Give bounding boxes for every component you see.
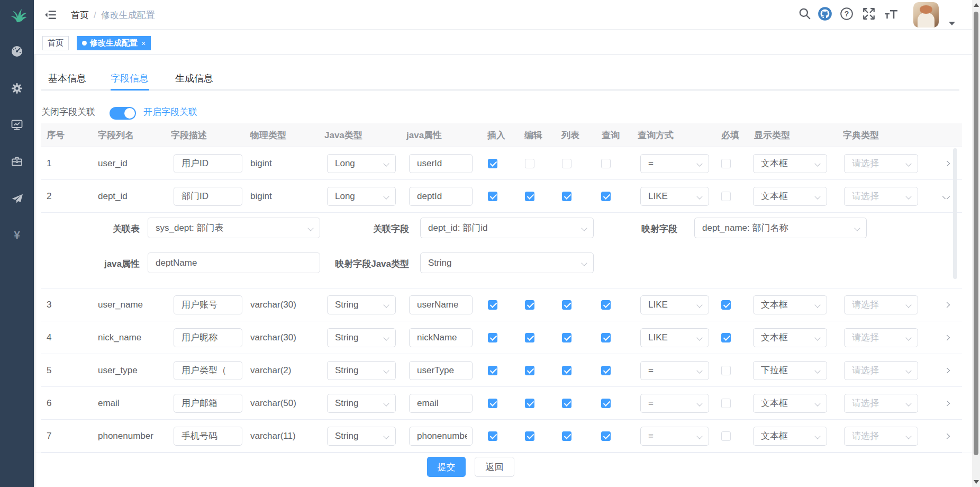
attr-input[interactable]: nickName [409, 328, 473, 347]
list-checkbox[interactable] [562, 399, 571, 408]
java-select[interactable]: String [327, 427, 396, 446]
back-button[interactable]: 返回 [475, 457, 514, 477]
expand-collapse-icon[interactable] [942, 194, 950, 199]
desc-input[interactable]: 用户ID [174, 154, 242, 173]
list-checkbox[interactable] [562, 333, 571, 342]
queryType-select[interactable]: = [640, 394, 709, 413]
display-select[interactable]: 文本框 [753, 295, 827, 314]
dict-select[interactable]: 请选择 [844, 394, 918, 413]
insert-checkbox[interactable] [488, 366, 497, 375]
query-checkbox[interactable] [601, 366, 611, 375]
java-select[interactable]: String [327, 295, 396, 314]
page-scrollbar-thumb[interactable] [974, 12, 978, 455]
sidebar-item-monitor[interactable] [0, 119, 34, 131]
rel-field-select[interactable]: dept_id: 部门id [420, 218, 594, 238]
dict-select[interactable]: 请选择 [844, 295, 918, 314]
avatar[interactable] [913, 2, 939, 28]
edit-checkbox[interactable] [525, 399, 534, 408]
app-logo-icon[interactable] [0, 7, 34, 23]
list-checkbox[interactable] [562, 431, 571, 441]
scroll-up-arrow[interactable] [974, 3, 979, 7]
queryType-select[interactable]: = [640, 427, 709, 446]
java-select[interactable]: Long [327, 154, 396, 173]
display-select[interactable]: 文本框 [753, 427, 827, 446]
expand-open-icon[interactable] [942, 368, 950, 373]
submit-button[interactable]: 提交 [427, 457, 466, 477]
query-checkbox[interactable] [601, 159, 611, 168]
desc-input[interactable]: 手机号码 [174, 427, 242, 446]
desc-input[interactable]: 用户邮箱 [174, 394, 242, 413]
breadcrumb-home[interactable]: 首页 [71, 10, 89, 20]
chevron-down-icon[interactable] [949, 22, 955, 25]
desc-input[interactable]: 用户昵称 [174, 328, 242, 347]
field-relation-switch[interactable] [110, 107, 136, 120]
query-checkbox[interactable] [601, 300, 611, 310]
expand-open-icon[interactable] [942, 335, 950, 340]
required-checkbox[interactable] [721, 399, 731, 408]
query-checkbox[interactable] [601, 431, 611, 441]
fullscreen-icon[interactable] [862, 7, 876, 23]
expand-open-icon[interactable] [942, 161, 950, 166]
attr-input[interactable]: userId [409, 154, 473, 173]
open-field-relation-link[interactable]: 开启字段关联 [143, 106, 197, 118]
display-select[interactable]: 文本框 [753, 154, 827, 173]
sidebar-item-tool[interactable] [0, 155, 34, 168]
rel-table-select[interactable]: sys_dept: 部门表 [148, 218, 320, 238]
sidebar-item-guide[interactable] [0, 192, 34, 205]
hamburger-icon[interactable] [44, 9, 57, 23]
java-select[interactable]: String [327, 394, 396, 413]
queryType-select[interactable]: = [640, 361, 709, 380]
required-checkbox[interactable] [721, 300, 731, 310]
desc-input[interactable]: 部门ID [174, 187, 242, 206]
insert-checkbox[interactable] [488, 159, 497, 168]
edit-checkbox[interactable] [525, 333, 534, 342]
required-checkbox[interactable] [721, 192, 731, 201]
queryType-select[interactable]: LIKE [640, 187, 709, 206]
font-size-icon[interactable] [884, 7, 900, 23]
attr-input[interactable]: userType [409, 361, 473, 380]
edit-checkbox[interactable] [525, 300, 534, 310]
required-checkbox[interactable] [721, 333, 731, 342]
tag-close-icon[interactable]: × [141, 39, 146, 48]
dict-select[interactable]: 请选择 [844, 427, 918, 446]
attr-input[interactable]: email [409, 394, 473, 413]
table-scrollbar-thumb[interactable] [953, 148, 957, 279]
attr-input[interactable]: userName [409, 295, 473, 314]
java-select[interactable]: String [327, 361, 396, 380]
query-checkbox[interactable] [601, 192, 611, 201]
dict-select[interactable]: 请选择 [844, 361, 918, 380]
attr-input[interactable]: phonenumber [409, 427, 473, 446]
expand-open-icon[interactable] [942, 302, 950, 308]
queryType-select[interactable]: = [640, 154, 709, 173]
display-select[interactable]: 文本框 [753, 394, 827, 413]
expand-open-icon[interactable] [942, 401, 950, 406]
list-checkbox[interactable] [562, 159, 571, 168]
insert-checkbox[interactable] [488, 431, 497, 441]
dict-select[interactable]: 请选择 [844, 187, 918, 206]
insert-checkbox[interactable] [488, 300, 497, 310]
java-select[interactable]: String [327, 328, 396, 347]
tab-gen-info[interactable]: 生成信息 [175, 72, 213, 85]
sidebar-item-system[interactable] [0, 82, 34, 95]
java-attr-input[interactable]: deptName [148, 252, 320, 273]
expand-open-icon[interactable] [942, 434, 950, 439]
page-scrollbar[interactable] [972, 0, 980, 487]
queryType-select[interactable]: LIKE [640, 295, 709, 314]
github-icon[interactable] [818, 6, 832, 23]
dict-select[interactable]: 请选择 [844, 328, 918, 347]
edit-checkbox[interactable] [525, 192, 534, 201]
search-icon[interactable] [798, 7, 812, 23]
edit-checkbox[interactable] [525, 366, 534, 375]
display-select[interactable]: 下拉框 [753, 361, 827, 380]
insert-checkbox[interactable] [488, 192, 497, 201]
required-checkbox[interactable] [721, 159, 731, 168]
dict-select[interactable]: 请选择 [844, 154, 918, 173]
attr-input[interactable]: deptId [409, 187, 473, 206]
map-field-select[interactable]: dept_name: 部门名称 [694, 218, 867, 238]
list-checkbox[interactable] [562, 366, 571, 375]
edit-checkbox[interactable] [525, 431, 534, 441]
sidebar-item-dashboard[interactable] [0, 45, 34, 58]
required-checkbox[interactable] [721, 366, 731, 375]
insert-checkbox[interactable] [488, 333, 497, 342]
list-checkbox[interactable] [562, 300, 571, 310]
